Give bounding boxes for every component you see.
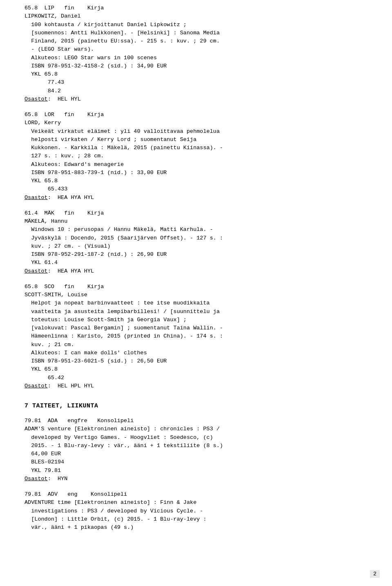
section-number: 7 bbox=[24, 403, 29, 409]
entry-scott-smith-text: 65.8 SCO fin Kirja SCOTT-SMITH, Louise H… bbox=[24, 283, 368, 390]
entry-lipkowitz-text: 65.8 LIP fin Kirja LIPKOWITZ, Daniel 100… bbox=[24, 4, 368, 103]
page-content: 65.8 LIP fin Kirja LIPKOWITZ, Daniel 100… bbox=[24, 4, 368, 532]
entry-adam-text: 79.81 ADA engfre Konsolipeli ADAM'S vent… bbox=[24, 417, 368, 483]
page-number: 2 bbox=[370, 570, 380, 578]
entry-adventure: 79.81 ADV eng Konsolipeli ADVENTURE time… bbox=[24, 490, 368, 532]
section-header: 7 TAITEET, LIIKUNTA bbox=[24, 403, 368, 409]
entry-lord: 65.8 LOR fin Kirja LORD, Kerry Veikeät v… bbox=[24, 111, 368, 202]
entry-makela-text: 61.4 MÄK fin Kirja MÄKELÄ, Hannu Windows… bbox=[24, 209, 368, 275]
entry-scott-smith: 65.8 SCO fin Kirja SCOTT-SMITH, Louise H… bbox=[24, 283, 368, 390]
entry-adam: 79.81 ADA engfre Konsolipeli ADAM'S vent… bbox=[24, 417, 368, 483]
section-title: TAITEET, LIIKUNTA bbox=[32, 403, 98, 409]
entry-makela: 61.4 MÄK fin Kirja MÄKELÄ, Hannu Windows… bbox=[24, 209, 368, 275]
entry-adventure-text: 79.81 ADV eng Konsolipeli ADVENTURE time… bbox=[24, 490, 368, 532]
entry-lipkowitz: 65.8 LIP fin Kirja LIPKOWITZ, Daniel 100… bbox=[24, 4, 368, 103]
entry-lord-text: 65.8 LOR fin Kirja LORD, Kerry Veikeät v… bbox=[24, 111, 368, 202]
